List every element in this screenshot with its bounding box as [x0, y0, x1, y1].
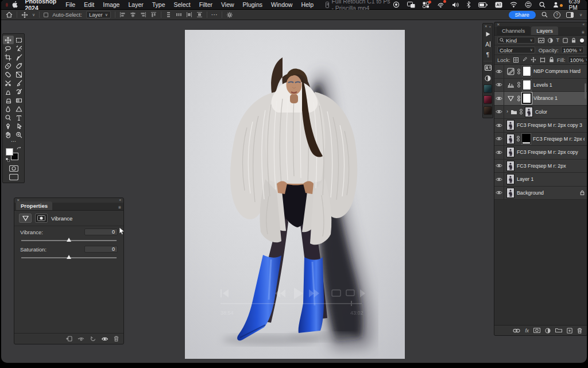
foreground-color-swatch[interactable]: [6, 148, 13, 156]
tool-shape[interactable]: [14, 104, 25, 113]
distribute-h-icon[interactable]: [176, 11, 182, 18]
lock-pixels-icon[interactable]: [522, 57, 527, 63]
tab-properties[interactable]: Properties: [16, 202, 52, 210]
adjustments-panel-icon[interactable]: [483, 73, 493, 83]
layer-row[interactable]: NBP Compress Hard: [494, 65, 587, 79]
filter-type-icon[interactable]: T: [556, 37, 560, 43]
toggle-visibility-eye-icon[interactable]: [101, 336, 109, 342]
slider-thumb[interactable]: [67, 255, 71, 259]
filter-image-icon[interactable]: [538, 38, 544, 43]
layer-row[interactable]: Layer 1: [494, 173, 587, 187]
library-thumbnail-2[interactable]: [483, 95, 492, 104]
menu-file[interactable]: File: [65, 1, 75, 8]
screen-record-icon[interactable]: [393, 1, 400, 8]
menu-type[interactable]: Type: [152, 1, 165, 8]
layer-effects-icon[interactable]: fx: [525, 328, 529, 334]
tool-remove[interactable]: [3, 70, 14, 79]
layer-row[interactable]: FC3 Freqsep M r: 2px copy 3: [494, 119, 587, 133]
screen-share-icon[interactable]: [437, 1, 444, 8]
filter-adjustment-icon[interactable]: [548, 38, 553, 43]
distribute-v-icon[interactable]: [165, 11, 172, 18]
clip-to-layer-icon[interactable]: [65, 336, 72, 342]
collapse-panel-icon[interactable]: «: [582, 23, 585, 26]
tool-slice[interactable]: [3, 79, 14, 87]
tool-hand[interactable]: [3, 130, 14, 139]
tool-brush[interactable]: [14, 79, 25, 87]
tab-layers[interactable]: Layers: [531, 26, 558, 35]
tool-clone-stamp[interactable]: [3, 87, 14, 96]
menu-image[interactable]: Image: [103, 1, 119, 8]
new-group-icon[interactable]: [555, 328, 562, 333]
share-button[interactable]: Share: [509, 11, 536, 19]
wifi-icon[interactable]: [510, 2, 517, 7]
home-icon[interactable]: [6, 11, 13, 18]
tool-eyedropper[interactable]: [14, 53, 25, 61]
edit-toolbar-icon[interactable]: ⋯: [11, 139, 16, 145]
mask-link-icon[interactable]: [520, 109, 523, 115]
filter-smart-object-icon[interactable]: [571, 38, 576, 43]
quick-mask-icon[interactable]: [9, 165, 18, 172]
link-layers-icon[interactable]: [513, 328, 520, 333]
chevron-down-icon[interactable]: ∨: [579, 13, 582, 17]
panel-menu-icon[interactable]: ≡: [118, 205, 121, 210]
align-left-icon[interactable]: [119, 11, 126, 18]
tool-history-brush[interactable]: [14, 87, 25, 96]
layer-mask-thumbnail-selected[interactable]: [523, 93, 531, 103]
visibility-toggle-eye-icon[interactable]: [494, 173, 504, 186]
auto-select-checkbox[interactable]: [44, 13, 48, 17]
saturation-value-input[interactable]: 0: [84, 246, 118, 253]
align-center-h-icon[interactable]: [130, 11, 136, 18]
actions-panel-icon[interactable]: [483, 29, 493, 39]
layer-row[interactable]: FC3 Freqsep M r: 2px copy: [494, 146, 587, 160]
tool-healing-brush[interactable]: [3, 61, 14, 70]
tool-path-selection[interactable]: [14, 122, 25, 130]
close-icon[interactable]: ✕: [485, 25, 488, 29]
screen-mode-icon[interactable]: [9, 174, 18, 180]
menu-help[interactable]: Help: [301, 1, 314, 8]
layer-mask-thumbnail[interactable]: [523, 66, 531, 76]
tool-move[interactable]: [3, 36, 14, 44]
tool-pen[interactable]: [3, 122, 14, 130]
chevron-down-icon[interactable]: ∨: [32, 13, 35, 17]
levels-adjustment-icon[interactable]: [506, 80, 515, 89]
visibility-toggle-eye-icon[interactable]: [494, 146, 504, 159]
layer-mask-thumbnail-black[interactable]: [522, 134, 531, 144]
input-source-icon[interactable]: [495, 2, 502, 8]
visibility-toggle-eye-icon[interactable]: [494, 133, 504, 146]
menu-plugins[interactable]: Plugins: [243, 1, 262, 8]
visibility-toggle-eye-icon[interactable]: [494, 187, 504, 200]
layer-row[interactable]: FC3 Freqsep M r: 2px: [494, 160, 587, 173]
swap-colors-icon[interactable]: [17, 147, 21, 152]
mask-icon[interactable]: [35, 214, 48, 223]
visibility-toggle-eye-icon[interactable]: [494, 160, 504, 173]
vibrance-adjustment-icon[interactable]: [506, 94, 515, 103]
layer-row-background[interactable]: Background: [494, 187, 587, 200]
opacity-dropdown[interactable]: 100% ∨: [561, 47, 584, 53]
expand-panels-icon[interactable]: «: [489, 25, 491, 29]
vibrance-value-input[interactable]: 0: [84, 228, 118, 235]
tool-object-selection[interactable]: [14, 44, 25, 53]
group-expand-chevron-icon[interactable]: ›: [506, 109, 508, 114]
align-top-icon[interactable]: [150, 11, 157, 18]
previous-state-eye-icon[interactable]: [78, 336, 85, 342]
workspace-switcher-icon[interactable]: [566, 12, 574, 18]
tool-blur[interactable]: [3, 104, 14, 113]
layer-thumbnail[interactable]: [506, 147, 514, 157]
distribute-right-icon[interactable]: [196, 11, 203, 18]
move-tool-preset-icon[interactable]: [21, 11, 28, 18]
layer-thumbnail[interactable]: [506, 120, 514, 130]
workspace-settings-gear-icon[interactable]: [226, 11, 233, 18]
tool-crop[interactable]: [3, 53, 14, 61]
menu-window[interactable]: Window: [271, 1, 292, 8]
visibility-toggle-eye-icon[interactable]: [494, 65, 504, 78]
menu-layer[interactable]: Layer: [128, 1, 143, 8]
battery-icon[interactable]: [478, 2, 488, 7]
visibility-toggle-eye-icon[interactable]: [494, 106, 504, 119]
help-icon[interactable]: ?: [554, 11, 560, 18]
character-panel-icon[interactable]: A: [483, 39, 493, 49]
layer-thumbnail[interactable]: [506, 161, 514, 171]
layer-row-selected[interactable]: Vibrance 1: [494, 92, 587, 106]
new-layer-icon[interactable]: [567, 328, 572, 334]
tool-lasso[interactable]: [3, 44, 14, 53]
fill-dropdown[interactable]: 100% ∨: [568, 56, 587, 63]
